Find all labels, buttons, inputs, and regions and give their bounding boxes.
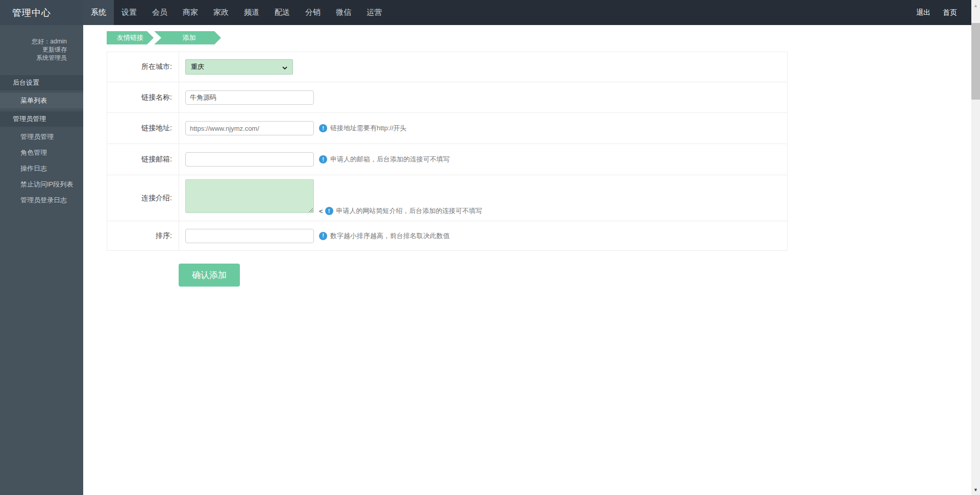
link-intro-textarea[interactable] (185, 179, 314, 213)
nav-item-members[interactable]: 会员 (144, 0, 175, 25)
nav-item-merchants[interactable]: 商家 (175, 0, 206, 25)
confirm-add-button[interactable]: 确认添加 (179, 264, 240, 287)
sidebar-menu: 后台设置 菜单列表 管理员管理 管理员管理 角色管理 操作日志 禁止访问IP段列… (0, 75, 83, 208)
sidebar-item-blocked-ip-list[interactable]: 禁止访问IP段列表 (0, 177, 83, 192)
city-select-value: 重庆 (191, 62, 282, 72)
sidebar-item-admin-login-logs[interactable]: 管理员登录日志 (0, 193, 83, 208)
chevron-down-icon (282, 64, 287, 69)
app-title: 管理中心 (0, 0, 83, 25)
link-url-hint: ! 链接地址需要有http://开头 (319, 124, 407, 133)
city-label: 所在城市: (107, 52, 179, 82)
link-email-hint: ! 申请人的邮箱，后台添加的连接可不填写 (319, 155, 450, 164)
sidebar-group-admin-management: 管理员管理 管理员管理 角色管理 操作日志 禁止访问IP段列表 管理员登录日志 (0, 111, 83, 208)
sort-label: 排序: (107, 221, 179, 250)
sidebar-header-backend-settings[interactable]: 后台设置 (0, 75, 83, 90)
breadcrumb-tab-add[interactable]: 添加 (154, 31, 221, 44)
city-select[interactable]: 重庆 (185, 59, 293, 75)
sort-hint: ! 数字越小排序越高，前台排名取决此数值 (319, 231, 450, 241)
user-greeting: 您好：admin (0, 37, 67, 45)
nav-item-system[interactable]: 系统 (83, 0, 114, 25)
info-icon: ! (319, 155, 327, 163)
nav-right-links: 退出 首页 (916, 0, 971, 25)
add-link-form: 所在城市: 重庆 链接名称: 链接地址: (107, 52, 788, 251)
link-url-label: 链接地址: (107, 113, 179, 144)
sidebar-item-operation-logs[interactable]: 操作日志 (0, 161, 83, 176)
scroll-down-icon[interactable]: ▼ (971, 485, 980, 494)
breadcrumb-tab-friendly-links[interactable]: 友情链接 (107, 31, 154, 44)
form-row-link-intro: 连接介绍: < ! 申请人的网站简短介绍，后台添加的连接可不填写 (107, 175, 787, 221)
main-content: 友情链接 添加 所在城市: 重庆 链接名称: (83, 25, 971, 495)
sidebar-header-admin-management[interactable]: 管理员管理 (0, 111, 83, 127)
sidebar-group-backend-settings: 后台设置 菜单列表 (0, 75, 83, 108)
link-name-input[interactable] (185, 90, 314, 105)
user-role: 系统管理员 (0, 54, 67, 62)
form-row-link-name: 链接名称: (107, 82, 787, 113)
link-email-input[interactable] (185, 152, 314, 167)
main-menu: 系统 设置 会员 商家 家政 频道 配送 分销 微信 运营 (83, 0, 389, 25)
link-name-label: 链接名称: (107, 82, 179, 112)
link-intro-hint: < ! 申请人的网站简短介绍，后台添加的连接可不填写 (319, 206, 482, 216)
top-nav: 管理中心 系统 设置 会员 商家 家政 频道 配送 分销 微信 运营 退出 首页 (0, 0, 971, 25)
sidebar-item-menu-list[interactable]: 菜单列表 (0, 93, 83, 108)
form-row-sort: 排序: ! 数字越小排序越高，前台排名取决此数值 (107, 221, 787, 250)
scrollbar[interactable]: ▲ ▼ (971, 0, 980, 495)
nav-item-settings[interactable]: 设置 (114, 0, 144, 25)
form-row-link-email: 链接邮箱: ! 申请人的邮箱，后台添加的连接可不填写 (107, 144, 787, 175)
update-cache-link[interactable]: 更新缓存 (0, 45, 67, 54)
form-row-city: 所在城市: 重庆 (107, 52, 787, 82)
info-icon: ! (319, 232, 327, 240)
sidebar-item-role-management[interactable]: 角色管理 (0, 145, 83, 160)
link-url-input[interactable] (185, 121, 314, 135)
info-icon: ! (325, 207, 333, 215)
link-intro-label: 连接介绍: (107, 175, 179, 221)
logout-link[interactable]: 退出 (916, 8, 930, 17)
nav-item-operations[interactable]: 运营 (359, 0, 389, 25)
breadcrumb: 友情链接 添加 (107, 31, 971, 44)
admin-page: 管理中心 系统 设置 会员 商家 家政 频道 配送 分销 微信 运营 退出 首页… (0, 0, 980, 495)
info-icon: ! (319, 124, 327, 132)
sidebar-item-admin-management[interactable]: 管理员管理 (0, 129, 83, 145)
nav-item-channels[interactable]: 频道 (236, 0, 267, 25)
user-info: 您好：admin 更新缓存 系统管理员 (0, 25, 83, 62)
nav-item-delivery[interactable]: 配送 (267, 0, 298, 25)
nav-item-housekeeping[interactable]: 家政 (206, 0, 236, 25)
nav-item-wechat[interactable]: 微信 (328, 0, 359, 25)
form-row-link-url: 链接地址: ! 链接地址需要有http://开头 (107, 113, 787, 144)
nav-item-distribution[interactable]: 分销 (298, 0, 328, 25)
link-email-label: 链接邮箱: (107, 144, 179, 175)
scrollbar-thumb[interactable] (971, 23, 980, 100)
home-link[interactable]: 首页 (943, 8, 957, 17)
sidebar: 您好：admin 更新缓存 系统管理员 后台设置 菜单列表 管理员管理 管理员管… (0, 25, 83, 495)
scroll-up-icon[interactable]: ▲ (971, 1, 980, 10)
angle-bracket-text: < (319, 207, 323, 215)
sort-input[interactable] (185, 229, 314, 243)
